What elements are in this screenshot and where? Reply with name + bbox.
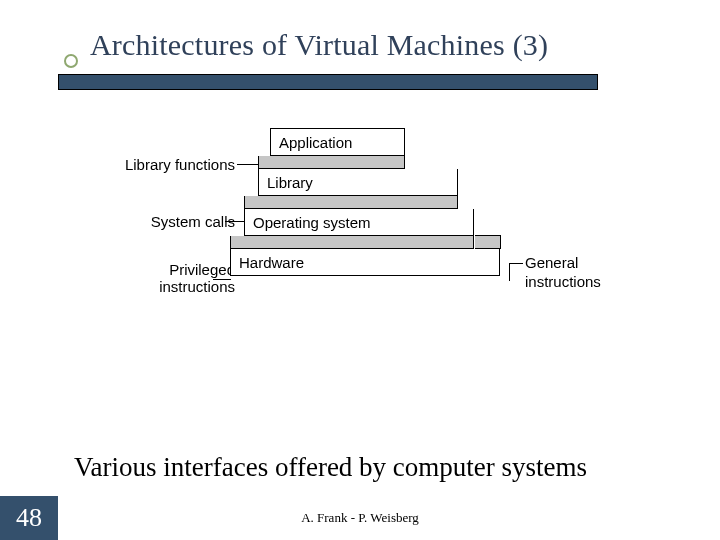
- layer-stack: Application Library Operating system Har…: [244, 128, 484, 276]
- label-priv-line2: instructions: [159, 278, 235, 295]
- layer-hardware: Hardware: [230, 249, 500, 276]
- label-general-line1: General: [525, 254, 578, 271]
- label-general-line2: instructions: [525, 273, 601, 290]
- connector-line: [509, 263, 523, 264]
- title-underline: [58, 74, 598, 90]
- slide: Architectures of Virtual Machines (3) Li…: [0, 0, 720, 540]
- slide-title: Architectures of Virtual Machines (3): [90, 28, 680, 62]
- interface-privileged-instructions: [230, 236, 474, 249]
- interface-library-functions: [258, 156, 405, 169]
- connector-line: [225, 221, 245, 222]
- title-area: Architectures of Virtual Machines (3): [0, 28, 720, 62]
- label-library-functions: Library functions: [125, 156, 235, 173]
- caption: Various interfaces offered by computer s…: [74, 452, 587, 483]
- interface-system-calls: [244, 196, 458, 209]
- label-priv-line1: Privileged: [169, 261, 235, 278]
- connector-line: [213, 279, 231, 280]
- layer-application: Application: [270, 128, 405, 156]
- label-system-calls: System calls: [151, 213, 235, 230]
- connector-line: [509, 263, 510, 281]
- bullet-icon: [64, 54, 78, 68]
- left-labels: Library functions System calls Privilege…: [75, 128, 235, 408]
- architecture-diagram: Library functions System calls Privilege…: [75, 128, 655, 408]
- label-general-instructions: General instructions: [525, 254, 601, 292]
- interface-general-instructions: [475, 235, 501, 249]
- layer-library: Library: [258, 169, 458, 196]
- footer-credit: A. Frank - P. Weisberg: [0, 510, 720, 526]
- layer-os: Operating system: [244, 209, 474, 236]
